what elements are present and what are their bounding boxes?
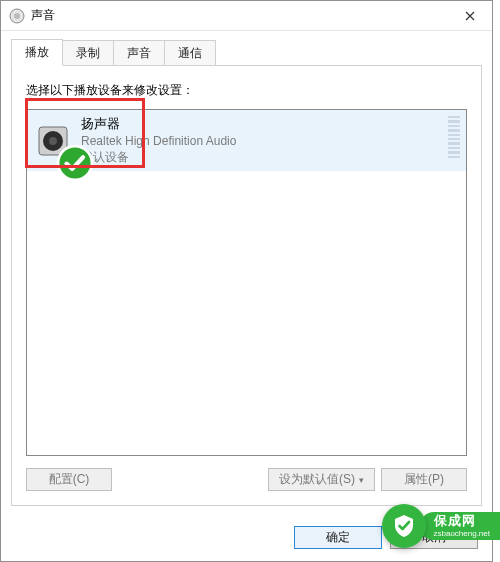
- tab-sounds[interactable]: 声音: [113, 40, 165, 66]
- window-title: 声音: [31, 7, 448, 24]
- set-default-button[interactable]: 设为默认值(S): [268, 468, 375, 491]
- sound-app-icon: [9, 8, 25, 24]
- titlebar: 声音: [1, 1, 492, 31]
- device-driver: Realtek High Definition Audio: [81, 133, 458, 149]
- properties-button[interactable]: 属性(P): [381, 468, 467, 491]
- tabstrip: 播放 录制 声音 通信: [11, 39, 482, 65]
- level-meter: [448, 116, 460, 158]
- default-check-icon: [57, 145, 74, 162]
- watermark-text-zh: 保成网: [434, 514, 491, 529]
- tab-content-playback: 选择以下播放设备来修改设置：: [11, 65, 482, 506]
- tab-playback[interactable]: 播放: [11, 39, 63, 66]
- speaker-icon: [35, 123, 71, 159]
- device-list[interactable]: 扬声器 Realtek High Definition Audio 默认设备: [26, 109, 467, 456]
- instruction-text: 选择以下播放设备来修改设置：: [26, 82, 467, 99]
- ok-button[interactable]: 确定: [294, 526, 382, 549]
- watermark-text-en: zsbaocheng.net: [434, 529, 491, 538]
- device-row-speakers[interactable]: 扬声器 Realtek High Definition Audio 默认设备: [27, 110, 466, 171]
- svg-point-4: [49, 137, 57, 145]
- svg-point-1: [14, 13, 20, 19]
- tab-recording[interactable]: 录制: [62, 40, 114, 66]
- watermark: 保成网 zsbaocheng.net: [382, 504, 501, 548]
- device-status: 默认设备: [81, 149, 458, 165]
- device-name: 扬声器: [81, 116, 458, 133]
- tab-communications[interactable]: 通信: [164, 40, 216, 66]
- close-button[interactable]: [448, 1, 492, 30]
- configure-button[interactable]: 配置(C): [26, 468, 112, 491]
- watermark-logo-icon: [382, 504, 426, 548]
